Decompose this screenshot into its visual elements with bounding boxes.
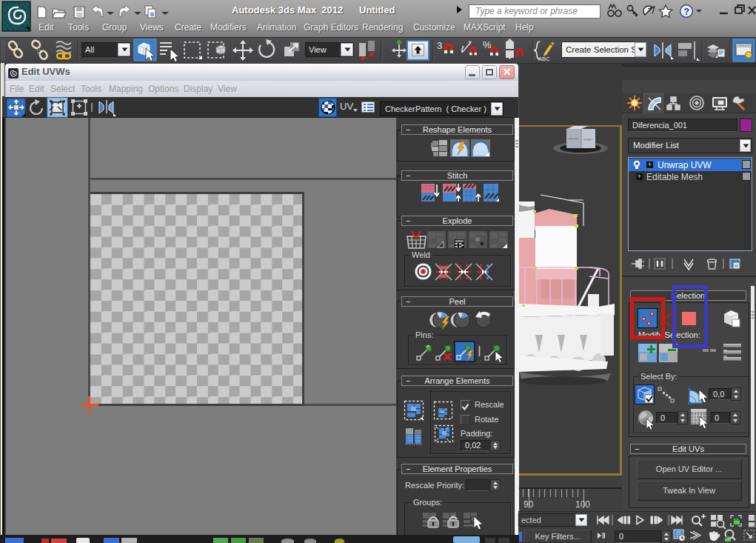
svg-text:ABC: ABC [538,56,550,62]
svg-text:?: ? [684,7,689,17]
svg-text:3: 3 [437,40,442,51]
svg-text:%: % [483,39,492,50]
svg-text:RIGHT: RIGHT [583,138,593,141]
svg-text:FRONT: FRONT [569,137,579,141]
